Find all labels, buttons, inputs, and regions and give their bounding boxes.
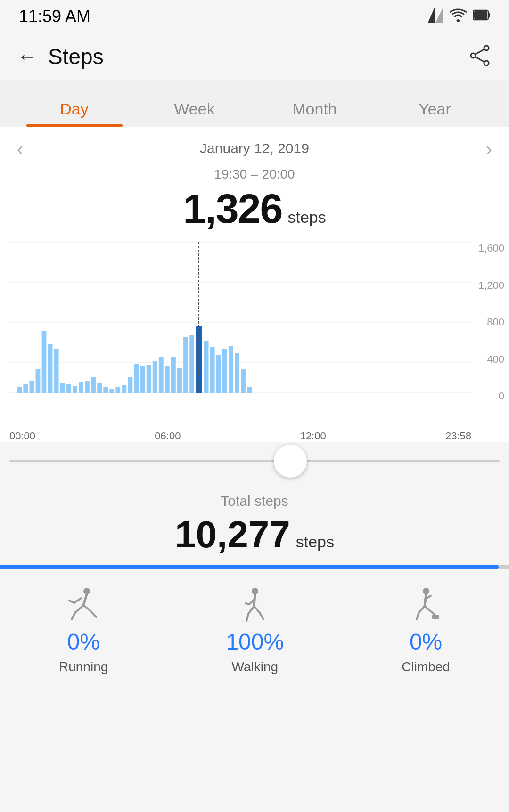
total-steps-row: 10,277 steps <box>0 513 509 556</box>
walking-label: Walking <box>232 659 279 674</box>
y-label-400: 400 <box>487 353 504 365</box>
svg-rect-77 <box>432 615 439 619</box>
battery-icon <box>473 8 490 25</box>
svg-rect-51 <box>241 369 246 393</box>
svg-line-64 <box>248 606 254 614</box>
svg-rect-47 <box>216 355 221 393</box>
next-date-button[interactable]: › <box>486 138 492 160</box>
status-bar: 11:59 AM <box>0 0 509 33</box>
svg-line-65 <box>246 614 248 621</box>
svg-line-66 <box>254 606 260 613</box>
svg-rect-42 <box>183 337 188 393</box>
scrubber-area[interactable] <box>0 442 509 480</box>
walking-icon <box>241 586 269 624</box>
climbed-icon <box>410 586 443 624</box>
svg-line-73 <box>417 612 419 619</box>
svg-rect-17 <box>29 381 34 393</box>
total-steps-label: Total steps <box>0 493 509 509</box>
tab-year[interactable]: Year <box>375 100 495 127</box>
scrubber-track <box>9 460 500 462</box>
svg-rect-35 <box>140 366 145 393</box>
share-button[interactable] <box>468 43 492 70</box>
svg-rect-29 <box>103 387 108 393</box>
svg-line-60 <box>74 598 81 603</box>
x-label-0600: 06:00 <box>155 430 181 442</box>
svg-point-5 <box>471 53 476 58</box>
x-label-0000: 00:00 <box>9 430 35 442</box>
svg-rect-24 <box>73 386 77 393</box>
y-label-0: 0 <box>499 390 504 402</box>
svg-line-61 <box>69 601 74 603</box>
svg-rect-49 <box>229 346 233 393</box>
svg-line-72 <box>419 606 425 612</box>
svg-rect-50 <box>235 353 239 393</box>
svg-rect-4 <box>474 11 487 19</box>
svg-rect-39 <box>165 366 170 393</box>
activity-running: 0% Running <box>59 586 108 674</box>
svg-rect-43 <box>189 335 194 393</box>
svg-rect-3 <box>488 13 490 17</box>
svg-rect-18 <box>36 369 41 393</box>
prev-date-button[interactable]: ‹ <box>17 138 23 160</box>
date-navigation: ‹ January 12, 2019 › <box>0 127 509 162</box>
total-steps-section: Total steps 10,277 steps <box>0 480 509 565</box>
svg-line-55 <box>83 594 87 605</box>
svg-rect-16 <box>23 384 28 393</box>
svg-line-56 <box>75 605 83 612</box>
page-title: Steps <box>48 44 104 69</box>
svg-rect-21 <box>54 349 59 393</box>
svg-marker-0 <box>428 8 435 23</box>
walking-percent: 100% <box>226 629 284 655</box>
svg-line-69 <box>246 603 249 604</box>
svg-rect-52 <box>247 387 252 393</box>
y-label-800: 800 <box>487 316 504 328</box>
svg-rect-38 <box>159 357 164 393</box>
total-steps-count: 10,277 <box>175 513 290 556</box>
climbed-percent: 0% <box>410 629 442 655</box>
activity-climbed: 0% Climbed <box>402 586 450 674</box>
x-label-1200: 12:00 <box>300 430 326 442</box>
step-count-row: 1,326 steps <box>0 185 509 233</box>
y-axis-labels: 1,600 1,200 800 400 0 <box>471 242 509 402</box>
activity-breakdown: 0% Running 100% Walking <box>0 569 509 693</box>
svg-rect-41 <box>177 368 182 393</box>
svg-rect-45 <box>204 341 209 393</box>
running-percent: 0% <box>67 629 100 655</box>
steps-chart[interactable]: 1,600 1,200 800 400 0 <box>0 242 509 430</box>
tab-month[interactable]: Month <box>254 100 375 127</box>
step-display: 19:30 – 20:00 1,326 steps <box>0 162 509 242</box>
climbed-label: Climbed <box>402 659 450 674</box>
tab-bar: Day Week Month Year <box>0 80 509 127</box>
svg-point-7 <box>484 61 489 65</box>
main-content: ‹ January 12, 2019 › 19:30 – 20:00 1,326… <box>0 127 509 480</box>
tab-day[interactable]: Day <box>14 100 134 127</box>
scrubber-thumb[interactable] <box>274 445 307 478</box>
svg-rect-30 <box>109 389 114 393</box>
svg-rect-20 <box>48 344 53 393</box>
step-time-range: 19:30 – 20:00 <box>0 167 509 182</box>
svg-rect-48 <box>222 349 227 393</box>
svg-line-67 <box>260 613 263 619</box>
header-left: ← Steps <box>17 44 104 69</box>
svg-rect-31 <box>115 387 120 393</box>
signal-icon <box>428 8 443 26</box>
current-date: January 12, 2019 <box>200 140 309 156</box>
svg-rect-27 <box>91 377 96 393</box>
y-label-1600: 1,600 <box>478 242 504 254</box>
svg-rect-33 <box>128 377 133 393</box>
svg-line-59 <box>90 611 96 617</box>
step-count: 1,326 <box>183 185 282 233</box>
running-icon <box>67 586 100 624</box>
activity-walking: 100% Walking <box>226 586 284 674</box>
svg-rect-34 <box>134 364 139 393</box>
svg-rect-46 <box>210 347 215 393</box>
svg-rect-40 <box>171 357 176 393</box>
status-time: 11:59 AM <box>19 7 90 26</box>
svg-line-57 <box>72 612 75 619</box>
svg-rect-19 <box>42 331 47 393</box>
tab-week[interactable]: Week <box>134 100 254 127</box>
svg-line-8 <box>476 49 484 54</box>
svg-rect-36 <box>147 365 151 393</box>
back-button[interactable]: ← <box>17 45 37 68</box>
svg-line-58 <box>83 605 90 611</box>
